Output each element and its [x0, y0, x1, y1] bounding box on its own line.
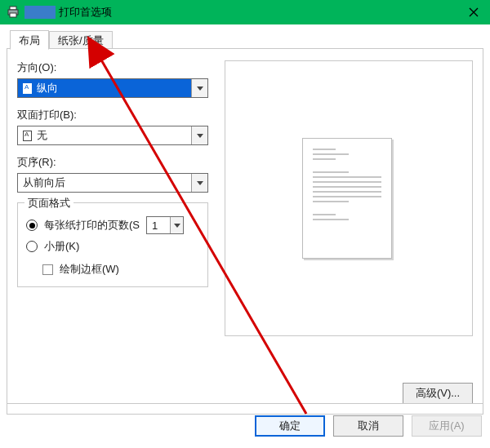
draw-border-checkbox[interactable]	[42, 264, 53, 275]
tab-paper-quality[interactable]: 纸张/质量	[49, 31, 113, 49]
pages-per-sheet-radio[interactable]	[26, 220, 38, 231]
chevron-down-icon	[191, 174, 207, 192]
duplex-combo[interactable]: 无	[17, 126, 208, 145]
orientation-combo[interactable]: 纵向	[17, 78, 208, 98]
svg-rect-2	[10, 13, 16, 17]
preview-pane	[225, 60, 473, 336]
order-label: 页序(R):	[17, 155, 208, 170]
close-button[interactable]	[457, 0, 490, 24]
advanced-button[interactable]: 高级(V)...	[403, 383, 473, 404]
cancel-button[interactable]: 取消	[333, 415, 403, 437]
pages-per-sheet-value: 1	[147, 217, 170, 233]
censored-text	[24, 6, 56, 19]
page-format-legend: 页面格式	[24, 196, 74, 211]
booklet-radio[interactable]	[26, 241, 38, 252]
draw-border-label: 绘制边框(W)	[60, 262, 119, 277]
preview-page	[302, 138, 392, 259]
orientation-value: 纵向	[37, 81, 58, 95]
page-format-group: 页面格式 每张纸打印的页数(S 1 小册(K) 绘制边框(W)	[17, 202, 208, 287]
window-title: 打印首选项	[59, 5, 112, 20]
printer-icon	[7, 6, 20, 19]
duplex-label: 双面打印(B):	[17, 108, 208, 122]
ok-button[interactable]: 确定	[255, 415, 325, 437]
apply-button[interactable]: 应用(A)	[412, 415, 482, 437]
booklet-label: 小册(K)	[44, 239, 79, 254]
chevron-down-icon	[191, 79, 207, 97]
tab-layout[interactable]: 布局	[10, 30, 49, 50]
duplex-value: 无	[37, 128, 47, 143]
titlebar: 打印首选项	[0, 0, 490, 24]
chevron-down-icon	[170, 217, 183, 233]
pages-per-sheet-combo[interactable]: 1	[146, 216, 184, 234]
dialog-buttons: 确定 取消 应用(A)	[255, 415, 482, 437]
orientation-label: 方向(O):	[17, 60, 208, 75]
page-icon	[23, 131, 32, 141]
page-portrait-icon	[23, 83, 32, 94]
chevron-down-icon	[191, 126, 207, 144]
tab-content: 方向(O): 纵向 双面打印(B): 无 页序(R): 从前向后 页面格式	[7, 49, 483, 415]
order-value: 从前向后	[23, 175, 65, 190]
order-combo[interactable]: 从前向后	[17, 173, 208, 193]
separator	[7, 403, 483, 404]
tab-strip: 布局 纸张/质量	[7, 29, 483, 49]
pages-per-sheet-label: 每张纸打印的页数(S	[44, 218, 140, 233]
svg-rect-0	[10, 7, 16, 10]
